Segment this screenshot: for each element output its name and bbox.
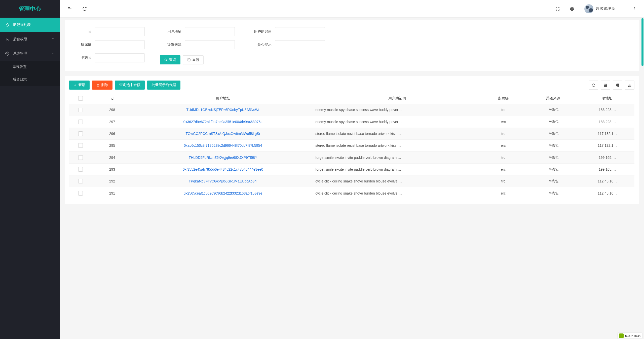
user-name: 超级管理员 [596,6,615,11]
input-user-mnemonic[interactable] [275,27,325,36]
table-row: 2930xf3552e45ab7855b0e4484c22c1c4754d444… [69,163,634,175]
debug-widget[interactable]: 0.096163s [618,333,642,338]
table-row: 294THbDD5FdRkchZ5XVgjq9re68XJXP9Tf58Yfor… [69,152,634,163]
avatar [584,4,593,13]
cell-id: 295 [92,140,133,152]
globe-icon[interactable] [570,7,574,11]
svg-rect-18 [605,85,606,86]
cell-user-address[interactable]: 0xf3552e45ab7855b0e4484c22c1c4754d444e3e… [133,163,314,175]
plus-icon [73,84,77,87]
label-user-address: 用户地址 [160,29,185,34]
table-row: 2910x2565ceaf1c50269096b2422f332d163abf1… [69,187,634,199]
table-export-button[interactable] [625,81,634,90]
input-id[interactable] [95,27,145,36]
cell-user-mnemonic: forget smile excite invite paddle verb b… [313,152,481,163]
row-checkbox[interactable] [78,120,83,124]
query-balance-button[interactable]: 查询选中余额 [115,81,145,90]
row-checkbox[interactable] [78,179,83,183]
input-chain[interactable] [95,40,145,49]
cell-ip: 112.45.16… [580,187,634,199]
query-balance-label: 查询选中余额 [119,83,140,87]
cell-user-mnemonic: enemy muscle spy chase success wave budd… [313,104,481,116]
table-columns-button[interactable] [601,81,610,90]
cell-user-mnemonic: stereo flame isolate resist base tornado… [313,140,481,152]
batch-show-label: 批量展示给代理 [151,83,176,87]
cell-user-address[interactable]: TGwGC2PCCrnST8xAfQJocGw6mMWe58LgSr [133,128,314,139]
add-button-label: 新增 [78,83,85,87]
cell-chain: trc [481,175,526,187]
cell-chain: trc [481,104,526,116]
input-agent-id[interactable] [95,53,145,62]
label-user-mnemonic: 用户助记词 [250,29,275,34]
cell-ip: 199.165.… [580,152,634,163]
sidebar: 管理中心 助记词列表 后台权限 系统管理 系 [0,0,60,339]
cell-user-address[interactable]: 0x2565ceaf1c50269096b2422f332d163abf153e… [133,187,314,199]
cell-ip: 183.228.… [580,104,634,116]
header-channel: 渠道来源 [526,93,580,104]
row-checkbox[interactable] [78,191,83,196]
chevron-down-icon [52,37,55,41]
cell-user-address[interactable]: TUdMDu1GEzsNSjZEPz6RXobyTpU8A5NsWr [133,104,314,116]
reset-icon [187,58,191,62]
sidebar-sub-system-settings[interactable]: 系统设置 [0,61,60,73]
delete-button[interactable]: 删除 [92,81,112,90]
refresh-icon [592,83,595,87]
cell-ip: 117.132.1… [580,140,634,152]
svg-rect-15 [605,84,606,85]
sidebar-sub-admin-log[interactable]: 后台日志 [0,73,60,86]
logo: 管理中心 [0,0,60,18]
main: 超级管理员 id 用户地址 [60,0,644,339]
svg-point-1 [7,53,8,54]
sidebar-item-mnemonic-list[interactable]: 助记词列表 [0,18,60,32]
cell-user-address[interactable]: 0xac6c150c8f7186528c2d966448f70dc7f87b59… [133,140,314,152]
input-user-address[interactable] [185,27,235,36]
label-chain: 所属链 [70,43,95,47]
menu-toggle-icon[interactable] [67,6,72,11]
input-channel[interactable] [185,40,235,49]
sidebar-item-admin-permission[interactable]: 后台权限 [0,32,60,46]
sidebar-item-system-manage[interactable]: 系统管理 [0,46,60,61]
cell-user-address[interactable]: THbDD5FdRkchZ5XVgjq9re68XJXP9Tf58Y [133,152,314,163]
row-checkbox[interactable] [78,108,83,112]
select-all-checkbox[interactable] [78,96,83,101]
cell-channel: IM钱包 [526,187,580,199]
cell-user-mnemonic: forget smile excite invite paddle verb b… [313,163,481,175]
columns-icon [604,83,608,87]
cell-channel: IM钱包 [526,175,580,187]
add-button[interactable]: 新增 [69,81,90,90]
search-panel: id 用户地址 用户助记词 所属链 [65,20,639,71]
row-checkbox[interactable] [78,167,83,172]
data-table: id 用户地址 用户助记词 所属链 渠道来源 ip地址 298TUdMDu1GE… [69,93,634,199]
row-checkbox[interactable] [78,143,83,148]
reset-button[interactable]: 重置 [183,55,204,64]
table-panel: 新增 删除 查询选中余额 批量展示给代理 [65,76,639,204]
search-icon [164,58,168,62]
cell-id: 291 [92,187,133,199]
cell-id: 294 [92,152,133,163]
cell-ip: 112.45.16… [580,175,634,187]
scrollbar-thumb[interactable] [641,18,643,66]
query-button[interactable]: 查询 [160,55,180,64]
fullscreen-icon[interactable] [556,7,560,11]
sidebar-sub-label: 后台日志 [13,77,27,82]
row-checkbox[interactable] [78,155,83,160]
cell-id: 296 [92,128,133,139]
cell-user-address[interactable]: TPqkafxg3FTvCGkPj8bJGRuMaEUgcAb34i [133,175,314,187]
cell-ip: 117.132.1… [580,128,634,139]
label-id: id [70,30,95,34]
refresh-icon[interactable] [82,7,87,11]
delete-button-label: 删除 [101,83,108,87]
cell-chain: erc [481,187,526,199]
header-user-address: 用户地址 [133,93,314,104]
batch-show-button[interactable]: 批量展示给代理 [147,81,180,90]
input-is-show[interactable] [275,40,325,49]
export-icon [628,83,632,87]
table-refresh-button[interactable] [589,81,598,90]
table-print-button[interactable] [613,81,622,90]
row-checkbox[interactable] [78,131,83,136]
cell-channel: IM钱包 [526,163,580,175]
cell-user-address[interactable]: 0x3627d9e672b1f9a7ed9a3ff51e004de9b46397… [133,116,314,128]
more-vertical-icon[interactable] [632,7,636,11]
user-menu[interactable]: 超级管理员 [584,4,615,13]
svg-point-0 [7,38,8,39]
